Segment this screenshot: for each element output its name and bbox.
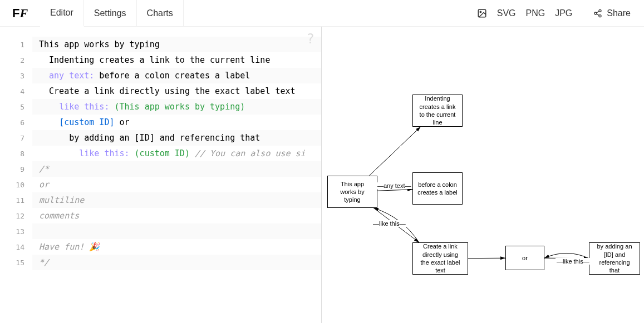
- code-editor[interactable]: ? 1This app works by typing2 Indenting c…: [0, 27, 322, 323]
- image-icon[interactable]: [477, 8, 487, 18]
- editor-line[interactable]: 7 by adding an [ID] and referencing that: [0, 130, 321, 146]
- diagram-node[interactable]: by adding an [ID] and referencing that: [589, 242, 640, 275]
- line-content[interactable]: Indenting creates a link to the current …: [32, 52, 321, 68]
- diagram-node[interactable]: This app works by typing: [327, 176, 377, 208]
- svg-point-1: [480, 11, 481, 12]
- editor-line[interactable]: 12comments: [0, 208, 321, 223]
- line-number: 1: [0, 41, 32, 49]
- editor-line[interactable]: 10or: [0, 177, 321, 192]
- export-png-button[interactable]: PNG: [526, 8, 545, 18]
- diagram-canvas[interactable]: This app works by typingIndenting create…: [322, 27, 644, 323]
- editor-line[interactable]: 2 Indenting creates a link to the curren…: [0, 52, 321, 68]
- line-content[interactable]: or: [32, 177, 321, 192]
- editor-line[interactable]: 9/*: [0, 161, 321, 177]
- line-number: 5: [0, 103, 32, 111]
- tab-settings[interactable]: Settings: [84, 0, 137, 27]
- logo[interactable]: FF: [0, 6, 40, 21]
- share-button[interactable]: Share: [593, 8, 631, 18]
- app-header: FF Editor Settings Charts SVG PNG JPG Sh…: [0, 0, 644, 27]
- export-svg-button[interactable]: SVG: [497, 8, 516, 18]
- line-number: 7: [0, 134, 32, 142]
- line-number: 9: [0, 165, 32, 173]
- main-area: ? 1This app works by typing2 Indenting c…: [0, 27, 644, 323]
- tab-editor[interactable]: Editor: [40, 0, 84, 27]
- help-icon[interactable]: ?: [307, 31, 314, 47]
- editor-line[interactable]: 11multiline: [0, 192, 321, 208]
- editor-line[interactable]: 15*/: [0, 255, 321, 270]
- editor-line[interactable]: 14Have fun! 🎉: [0, 239, 321, 255]
- svg-line-6: [597, 11, 599, 13]
- header-actions: SVG PNG JPG Share: [477, 8, 644, 18]
- diagram-node[interactable]: Create a link directly using the exact l…: [412, 242, 468, 275]
- line-number: 13: [0, 227, 32, 236]
- line-number: 8: [0, 150, 32, 158]
- svg-point-3: [594, 12, 597, 14]
- logo-letter-a: F: [12, 6, 19, 21]
- line-number: 6: [0, 118, 32, 127]
- logo-letter-b: F: [19, 6, 28, 21]
- tab-charts[interactable]: Charts: [137, 0, 184, 27]
- line-content[interactable]: multiline: [32, 192, 321, 208]
- edge-label: —like this—: [555, 258, 591, 265]
- editor-line[interactable]: 13: [0, 223, 321, 239]
- diagram-node[interactable]: Indenting creates a link to the current …: [412, 95, 463, 127]
- line-content[interactable]: /*: [32, 161, 321, 177]
- diagram-node[interactable]: before a colon creates a label: [412, 172, 463, 205]
- line-number: 12: [0, 212, 32, 220]
- line-number: 2: [0, 56, 32, 64]
- line-number: 4: [0, 87, 32, 96]
- diagram-node[interactable]: or: [505, 246, 544, 270]
- editor-line[interactable]: 1This app works by typing: [0, 37, 321, 52]
- line-content[interactable]: Have fun! 🎉: [32, 239, 321, 255]
- line-content[interactable]: This app works by typing: [32, 37, 321, 52]
- line-content[interactable]: any text: before a colon creates a label: [32, 68, 321, 83]
- editor-line[interactable]: 8 like this: (custom ID) // You can also…: [0, 146, 321, 161]
- line-content[interactable]: like this: (This app works by typing): [32, 99, 321, 115]
- edge-label: —any text—: [376, 182, 412, 189]
- svg-line-5: [597, 14, 599, 16]
- line-number: 3: [0, 72, 32, 80]
- share-icon: [593, 9, 602, 18]
- editor-line[interactable]: 3 any text: before a colon creates a lab…: [0, 68, 321, 83]
- edge-label: —like this—: [372, 220, 407, 227]
- editor-line[interactable]: 4 Create a link directly using the exact…: [0, 83, 321, 99]
- line-number: 14: [0, 243, 32, 251]
- line-content[interactable]: [32, 223, 321, 239]
- line-content[interactable]: like this: (custom ID) // You can also u…: [32, 146, 321, 161]
- line-content[interactable]: [custom ID] or: [32, 115, 321, 130]
- export-jpg-button[interactable]: JPG: [555, 8, 572, 18]
- line-number: 11: [0, 196, 32, 205]
- share-label: Share: [607, 8, 631, 18]
- line-number: 10: [0, 181, 32, 189]
- line-content[interactable]: comments: [32, 208, 321, 223]
- diagram-edges: [322, 27, 644, 323]
- svg-point-2: [599, 9, 601, 12]
- main-tabs: Editor Settings Charts: [40, 0, 184, 27]
- svg-point-4: [599, 14, 601, 17]
- line-content[interactable]: */: [32, 255, 321, 270]
- line-content[interactable]: Create a link directly using the exact l…: [32, 83, 321, 99]
- editor-lines: 1This app works by typing2 Indenting cre…: [0, 27, 321, 270]
- line-content[interactable]: by adding an [ID] and referencing that: [32, 130, 321, 146]
- editor-line[interactable]: 6 [custom ID] or: [0, 115, 321, 130]
- editor-line[interactable]: 5 like this: (This app works by typing): [0, 99, 321, 115]
- line-number: 15: [0, 259, 32, 267]
